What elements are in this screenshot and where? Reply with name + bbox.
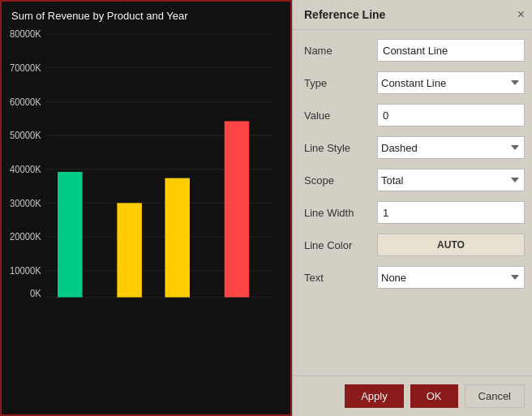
value-input[interactable]: [377, 104, 525, 127]
scope-row: Scope Total Per Pane Per Cell: [304, 168, 525, 192]
svg-rect-21: [225, 121, 250, 297]
line-width-label: Line Width: [304, 207, 377, 219]
text-label: Text: [304, 272, 377, 284]
text-select[interactable]: None Name Value Both: [377, 266, 525, 289]
value-label: Value: [304, 109, 377, 122]
line-color-label: Line Color: [304, 239, 377, 251]
svg-rect-19: [117, 203, 142, 297]
ok-button[interactable]: OK: [410, 384, 458, 408]
cancel-button[interactable]: Cancel: [465, 384, 525, 408]
svg-text:80000K: 80000K: [10, 28, 41, 39]
dialog-title: Reference Line: [304, 8, 385, 21]
type-label: Type: [304, 77, 377, 89]
close-button[interactable]: ×: [517, 8, 525, 21]
line-style-label: Line Style: [304, 142, 377, 154]
svg-text:30000K: 30000K: [10, 197, 41, 208]
scope-label: Scope: [304, 174, 377, 187]
svg-rect-20: [165, 178, 190, 298]
name-input[interactable]: [377, 39, 525, 62]
line-width-row: Line Width: [304, 200, 525, 225]
chart-title: Sum of Revenue by Product and Year: [2, 2, 290, 25]
text-row: Text None Name Value Both: [304, 265, 525, 289]
chart-svg: 80000K 70000K 60000K 50000K 40000K 30000…: [10, 25, 282, 301]
name-row: Name: [304, 38, 525, 62]
dialog-body: Name Type Constant Line Average Minimum …: [293, 30, 532, 375]
apply-button[interactable]: Apply: [345, 384, 404, 408]
name-label: Name: [304, 45, 377, 57]
line-color-row: Line Color AUTO: [304, 233, 525, 257]
svg-rect-18: [58, 172, 83, 298]
svg-text:40000K: 40000K: [10, 164, 41, 174]
chart-panel: Sum of Revenue by Product and Year 80000…: [0, 0, 292, 416]
dialog-header: Reference Line ×: [293, 0, 532, 30]
line-width-input[interactable]: [377, 201, 525, 224]
type-select[interactable]: Constant Line Average Minimum Maximum: [377, 71, 525, 94]
svg-text:20000K: 20000K: [10, 231, 41, 242]
line-style-row: Line Style Dashed Solid Dotted: [304, 135, 525, 160]
svg-text:70000K: 70000K: [10, 62, 41, 73]
svg-text:10000K: 10000K: [10, 265, 41, 276]
dialog-panel: Reference Line × Name Type Constant Line…: [292, 0, 532, 416]
scope-select[interactable]: Total Per Pane Per Cell: [377, 169, 525, 191]
type-row: Type Constant Line Average Minimum Maxim…: [304, 71, 525, 95]
value-row: Value: [304, 103, 525, 127]
chart-area: 80000K 70000K 60000K 50000K 40000K 30000…: [2, 25, 290, 301]
svg-text:60000K: 60000K: [10, 96, 41, 106]
svg-text:50000K: 50000K: [10, 130, 41, 140]
line-style-select[interactable]: Dashed Solid Dotted: [377, 136, 525, 159]
line-color-auto-button[interactable]: AUTO: [377, 234, 525, 256]
svg-text:0K: 0K: [30, 287, 41, 298]
dialog-footer: Apply OK Cancel: [293, 375, 532, 416]
